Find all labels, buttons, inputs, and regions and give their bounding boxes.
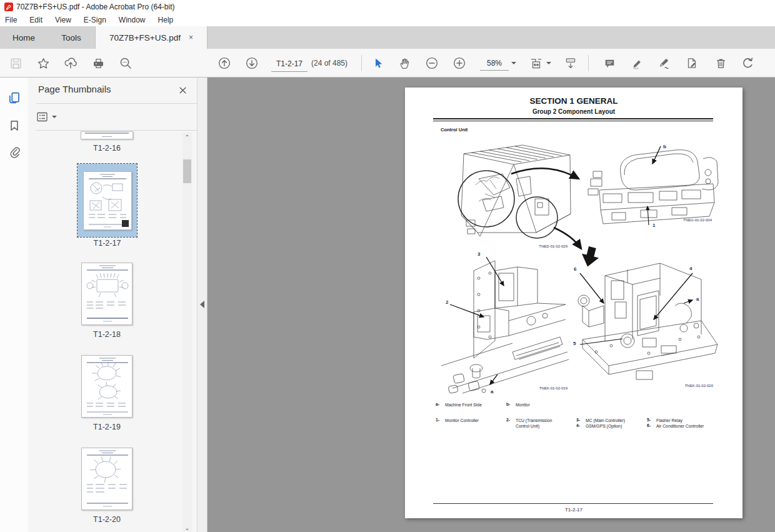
tab-tools[interactable]: Tools xyxy=(48,26,95,49)
print-icon xyxy=(92,57,105,70)
chevron-down-icon xyxy=(511,62,516,64)
zoom-out-button[interactable] xyxy=(424,55,440,71)
thumbnails-scrollbar[interactable]: ⌃ ⌄ xyxy=(182,133,192,532)
legend-text: Monitor Controller xyxy=(445,418,501,423)
footer-page-number: T1-2-17 xyxy=(405,507,742,513)
menu-edit[interactable]: Edit xyxy=(23,14,49,26)
legend-text: Monitor xyxy=(516,402,575,408)
fit-options-dropdown-button[interactable] xyxy=(545,62,552,67)
zoom-dropdown-button[interactable] xyxy=(510,62,518,67)
panel-close-button[interactable] xyxy=(176,83,189,97)
star-favorite-button[interactable] xyxy=(35,55,51,71)
zoom-level-value[interactable]: 58% xyxy=(480,56,509,71)
fit-width-icon xyxy=(529,56,543,70)
fit-width-button[interactable] xyxy=(528,55,544,71)
highlight-button[interactable] xyxy=(629,55,645,71)
pdf-page: SECTION 1 GENERAL Group 2 Component Layo… xyxy=(405,88,742,518)
panel-collapse-strip[interactable] xyxy=(197,78,208,532)
print-button[interactable] xyxy=(90,55,106,71)
thumbnail-label[interactable]: T1-2-20 xyxy=(81,515,132,524)
footer-rule xyxy=(433,503,713,504)
thumbnail-label[interactable]: T1-2-18 xyxy=(81,330,132,339)
zoom-in-button[interactable] xyxy=(451,55,468,71)
tab-home[interactable]: Home xyxy=(0,26,48,49)
thumbnail-label[interactable]: T1-2-16 xyxy=(81,144,133,153)
callout-1: 1 xyxy=(652,223,655,228)
topic-heading: Control Unit xyxy=(441,127,468,133)
collapse-panel-icon[interactable] xyxy=(200,301,204,308)
menu-window[interactable]: Window xyxy=(112,14,152,26)
delete-pages-button[interactable] xyxy=(712,55,729,71)
thumbnail-page-t1-2-19[interactable] xyxy=(81,355,132,418)
scroll-down-icon[interactable]: ⌄ xyxy=(182,523,192,532)
callout-4: 4 xyxy=(689,266,692,271)
next-page-icon xyxy=(245,56,259,70)
search-button[interactable] xyxy=(118,55,134,71)
callout-3: 3 xyxy=(478,251,480,257)
toolbar-divider xyxy=(361,55,362,71)
thumbnail-options-button[interactable] xyxy=(36,109,60,124)
page-scrolling-button[interactable] xyxy=(562,55,579,71)
legend-text: Machine Front Side xyxy=(445,402,504,408)
thumbnail-label[interactable]: T1-2-19 xyxy=(81,423,132,431)
page-thumbnails-panel: Page Thumbnails T1-2-16 xyxy=(28,78,197,532)
panel-divider xyxy=(36,130,197,131)
thumbnail-selected-badge xyxy=(122,220,129,227)
machine-front-arrow xyxy=(579,246,601,269)
title-bar: 70Z7B+FS+US.pdf - Adobe Acrobat Pro (64-… xyxy=(0,0,775,14)
page-number-input[interactable] xyxy=(271,56,308,72)
tab-document[interactable]: 70Z7B+FS+US.pdf × xyxy=(95,26,208,49)
thumbnail-page-t1-2-17-selected[interactable] xyxy=(78,164,137,237)
close-icon xyxy=(179,86,187,94)
rotate-pages-button[interactable] xyxy=(740,55,756,71)
tab-document-label: 70Z7B+FS+US.pdf xyxy=(109,33,181,43)
legend-text: TCU (Transmission Control Unit) xyxy=(516,418,567,429)
zoom-in-icon xyxy=(452,56,466,70)
thumbnail-preview xyxy=(81,132,132,139)
rotate-pages-icon xyxy=(741,56,755,70)
esign-button[interactable] xyxy=(656,55,672,71)
figure-ref: TNEK-01-02-020 xyxy=(657,384,713,388)
menu-view[interactable]: View xyxy=(49,14,78,26)
thumbnail-label[interactable]: T1-2-17 xyxy=(78,239,137,248)
section-title: SECTION 1 GENERAL xyxy=(405,96,742,106)
chevron-down-icon xyxy=(546,62,551,64)
legend-key: 5- xyxy=(647,418,651,422)
legend-text: MC (Main Controller) xyxy=(586,418,647,423)
thumbnail-page-t1-2-16[interactable] xyxy=(81,131,133,139)
fill-sign-button[interactable] xyxy=(684,55,700,71)
header-rule xyxy=(433,118,713,121)
thumbnail-page-t1-2-20[interactable] xyxy=(81,448,132,510)
panel-title: Page Thumbnails xyxy=(38,84,111,94)
hand-tool-button[interactable] xyxy=(396,55,412,71)
thumbnail-page xyxy=(83,171,132,230)
callout-5: 5 xyxy=(573,341,576,346)
thumbnail-preview xyxy=(82,263,132,324)
next-page-button[interactable] xyxy=(244,55,260,71)
rail-bookmarks-button[interactable] xyxy=(6,118,22,133)
comment-button[interactable] xyxy=(601,55,618,71)
share-upload-button[interactable] xyxy=(62,55,79,71)
rail-page-thumbnails-button[interactable] xyxy=(6,90,22,106)
thumbnail-preview xyxy=(82,448,132,509)
menu-help[interactable]: Help xyxy=(152,14,180,26)
search-icon xyxy=(119,56,132,70)
tab-close-icon[interactable]: × xyxy=(189,34,193,41)
group-title: Group 2 Component Layout xyxy=(405,108,742,115)
legend-key: b- xyxy=(506,402,510,406)
save-button[interactable] xyxy=(8,55,24,71)
toolbar-divider xyxy=(588,55,589,71)
thumbnail-page-t1-2-18[interactable] xyxy=(81,263,132,325)
select-tool-button[interactable] xyxy=(370,55,386,71)
previous-page-button[interactable] xyxy=(216,55,232,71)
highlight-icon xyxy=(631,57,644,70)
scrollbar-thumb[interactable] xyxy=(183,159,191,183)
legend-text: GSM/GPS (Option) xyxy=(586,423,647,429)
menu-file[interactable]: File xyxy=(0,14,23,26)
options-list-icon xyxy=(36,111,49,123)
scroll-up-icon[interactable]: ⌃ xyxy=(182,133,192,141)
star-icon xyxy=(37,57,50,70)
menu-esign[interactable]: E-Sign xyxy=(78,14,112,26)
navigation-rail xyxy=(0,78,28,532)
rail-attachments-button[interactable] xyxy=(6,144,22,159)
